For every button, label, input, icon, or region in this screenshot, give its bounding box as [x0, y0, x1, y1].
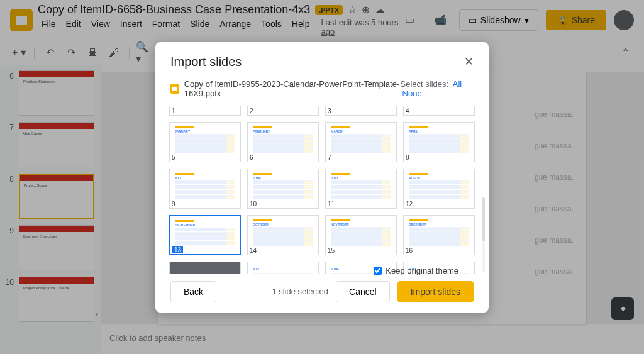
- thumbnail-number: 2: [250, 108, 253, 114]
- slides-file-icon: [170, 84, 179, 94]
- thumbnail-number: 8: [406, 154, 409, 161]
- import-slide-thumbnail[interactable]: AUGUST 12: [403, 169, 475, 209]
- select-slides-controls: Select slides: All None: [401, 79, 474, 98]
- import-slide-thumbnail[interactable]: FEBRUARY 6: [247, 122, 319, 162]
- import-slide-thumbnail[interactable]: NOVEMBER 15: [325, 215, 397, 255]
- scrollbar[interactable]: [482, 197, 485, 273]
- calendar-preview: JANUARY: [175, 126, 235, 153]
- calendar-preview: JUNE: [253, 173, 313, 199]
- import-slide-thumbnail[interactable]: MARCH 7: [325, 122, 397, 162]
- import-slide-thumbnail[interactable]: MAY: [247, 262, 319, 274]
- import-slide-thumbnail[interactable]: DECEMBER 16: [403, 215, 475, 255]
- back-button[interactable]: Back: [170, 281, 216, 302]
- thumbnail-number: 5: [172, 154, 175, 161]
- calendar-preview: MAY: [253, 266, 313, 272]
- thumbnail-number: 15: [328, 247, 335, 254]
- thumbnail-number: 14: [250, 247, 257, 254]
- thumbnail-number: 11: [328, 201, 335, 207]
- selected-count: 1 slide selected: [272, 287, 328, 296]
- calendar-preview: MAY: [175, 173, 235, 199]
- import-slide-thumbnail[interactable]: SEPTEMBER 13: [169, 215, 241, 255]
- thumbnail-number: 13: [172, 246, 183, 253]
- thumbnail-number: 3: [328, 108, 331, 114]
- dialog-title: Import slides: [170, 55, 242, 69]
- thumbnail-number: 12: [406, 201, 413, 207]
- calendar-preview: MARCH: [331, 126, 391, 153]
- keep-theme-checkbox[interactable]: Keep original theme: [374, 266, 458, 275]
- thumbnail-number: 6: [250, 154, 253, 161]
- source-file-label: Copy of ItemID-9955-2023-Calendar-PowerP…: [170, 79, 401, 98]
- calendar-preview: SEPTEMBER: [175, 220, 235, 245]
- import-slide-thumbnail[interactable]: JULY 11: [325, 169, 397, 209]
- thumbnail-number: 4: [406, 108, 409, 114]
- cancel-button[interactable]: Cancel: [336, 281, 390, 302]
- calendar-preview: NOVEMBER: [331, 219, 391, 246]
- calendar-preview: FEBRUARY: [253, 126, 313, 153]
- import-slide-thumbnail[interactable]: 3: [325, 106, 397, 116]
- import-slide-thumbnail[interactable]: JUNE 10: [247, 169, 319, 209]
- thumbnail-number: 16: [406, 247, 413, 254]
- import-slide-thumbnail[interactable]: APRIL 8: [403, 122, 475, 162]
- import-slide-thumbnail[interactable]: OCTOBER 14: [247, 215, 319, 255]
- calendar-preview: AUGUST: [409, 173, 469, 199]
- modal-overlay: Import slides ✕ Copy of ItemID-9955-2023…: [0, 0, 644, 354]
- thumbnail-number: 7: [328, 154, 331, 161]
- thumbnail-number: 1: [172, 108, 175, 114]
- import-button[interactable]: Import slides: [397, 281, 474, 302]
- select-all-link[interactable]: All: [453, 79, 462, 89]
- import-slides-dialog: Import slides ✕ Copy of ItemID-9955-2023…: [155, 42, 489, 313]
- import-slide-thumbnail[interactable]: [169, 262, 241, 274]
- import-slide-thumbnail[interactable]: MAY 9: [169, 169, 241, 209]
- calendar-preview: JULY: [331, 173, 391, 199]
- calendar-preview: DECEMBER: [409, 219, 469, 246]
- import-slide-thumbnail[interactable]: 4: [403, 106, 475, 116]
- import-slide-thumbnail[interactable]: 2: [247, 106, 319, 116]
- select-none-link[interactable]: None: [402, 89, 422, 98]
- thumbnail-number: 9: [172, 201, 175, 207]
- close-icon[interactable]: ✕: [464, 55, 474, 69]
- import-slide-thumbnail[interactable]: 1: [169, 106, 241, 116]
- calendar-preview: OCTOBER: [253, 219, 313, 246]
- calendar-preview: APRIL: [409, 126, 469, 153]
- keep-theme-input[interactable]: [374, 267, 382, 275]
- import-slide-thumbnail[interactable]: JANUARY 5: [169, 122, 241, 162]
- thumbnail-number: 10: [250, 201, 257, 207]
